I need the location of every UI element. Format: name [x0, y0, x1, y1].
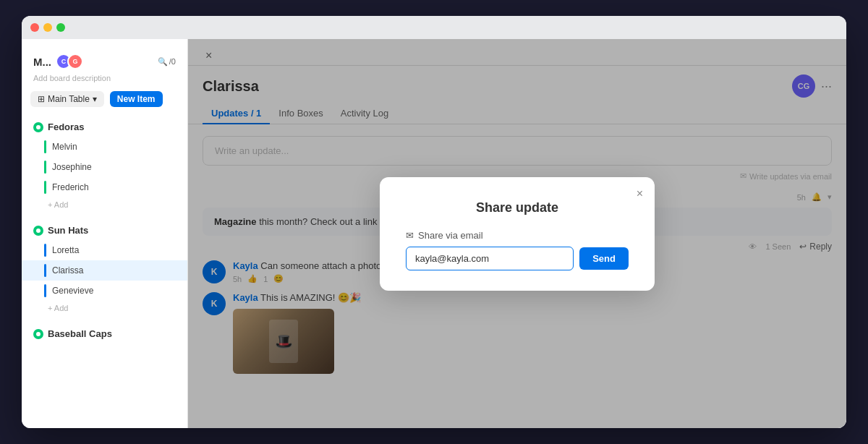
modal-overlay[interactable]: × Share update ✉ Share via email Send [188, 39, 846, 428]
sidebar: M... C G 🔍 /0 Add board description ⊞ Ma… [22, 39, 188, 428]
sidebar-header: M... C G 🔍 /0 [22, 48, 187, 72]
group-items-sun-hats: Loretta Clarissa Genevieve + Add [22, 240, 187, 315]
group-label-sun-hats: Sun Hats [48, 225, 88, 236]
group-label-fedoras: Fedoras [48, 121, 85, 132]
group-header-baseball-caps[interactable]: Baseball Caps [22, 324, 187, 343]
send-button[interactable]: Send [579, 247, 629, 270]
sidebar-toolbar: ⊞ Main Table ▾ New Item [22, 88, 187, 113]
share-update-modal: × Share update ✉ Share via email Send [380, 177, 655, 291]
group-baseball-caps: Baseball Caps [22, 320, 187, 348]
group-header-sun-hats[interactable]: Sun Hats [22, 221, 187, 240]
list-item[interactable]: Loretta [22, 240, 187, 260]
avatar-group: C G [56, 54, 83, 69]
modal-close-button[interactable]: × [637, 187, 643, 200]
app-window: M... C G 🔍 /0 Add board description ⊞ Ma… [22, 16, 846, 428]
minimize-dot[interactable] [43, 23, 52, 32]
item-name: Melvin [52, 142, 77, 152]
item-bar [44, 140, 46, 153]
list-item[interactable]: Genevieve [22, 281, 187, 301]
add-item-fedoras[interactable]: + Add [22, 197, 187, 212]
item-name: Frederich [52, 182, 89, 192]
search-icon: 🔍 [158, 57, 168, 67]
item-bar [44, 284, 46, 297]
close-dot[interactable] [30, 23, 39, 32]
group-sun-hats: Sun Hats Loretta Clarissa Genevieve [22, 216, 187, 320]
sidebar-title: M... C G [33, 54, 83, 69]
main-content: × Clarissa CG ··· Updates / 1 Info Boxes… [188, 39, 846, 428]
item-name: Genevieve [52, 286, 93, 296]
main-table-button[interactable]: ⊞ Main Table ▾ [30, 91, 104, 107]
group-fedoras: Fedoras Melvin Josephine Frederich [22, 113, 187, 216]
item-name: Loretta [52, 245, 79, 255]
search-badge: 🔍 /0 [158, 57, 176, 67]
new-item-button[interactable]: New Item [110, 91, 163, 107]
item-name: Josephine [52, 162, 92, 172]
list-item[interactable]: Josephine [22, 157, 187, 177]
group-header-fedoras[interactable]: Fedoras [22, 117, 187, 137]
share-via-text: Share via email [418, 230, 483, 241]
maximize-dot[interactable] [56, 23, 65, 32]
add-item-sun-hats[interactable]: + Add [22, 301, 187, 315]
item-bar [44, 244, 46, 257]
title-bar [22, 16, 846, 39]
group-label-baseball-caps: Baseball Caps [48, 328, 112, 339]
sidebar-description: Add board description [22, 72, 187, 88]
chevron-down-icon: ▾ [93, 94, 97, 104]
email-input[interactable] [406, 247, 574, 270]
item-bar [44, 161, 46, 174]
item-bar [44, 181, 46, 194]
list-item[interactable]: Frederich [22, 177, 187, 197]
group-dot-baseball-caps [33, 329, 43, 339]
group-dot-sun-hats [33, 226, 43, 236]
modal-share-label: ✉ Share via email [406, 230, 629, 241]
list-item[interactable]: Melvin [22, 137, 187, 157]
app-body: M... C G 🔍 /0 Add board description ⊞ Ma… [22, 39, 846, 428]
group-items-fedoras: Melvin Josephine Frederich + Add [22, 137, 187, 212]
group-dot-fedoras [33, 122, 43, 132]
main-table-label: Main Table [48, 94, 90, 104]
modal-input-row: Send [406, 247, 629, 270]
item-name: Clarissa [52, 265, 83, 276]
table-icon: ⊞ [38, 94, 45, 104]
workspace-name: M... [33, 56, 51, 68]
search-count: /0 [169, 57, 176, 66]
item-bar [44, 264, 46, 277]
modal-title: Share update [406, 200, 629, 215]
envelope-icon: ✉ [406, 230, 414, 241]
avatar-2: G [67, 54, 83, 69]
list-item[interactable]: Clarissa [22, 260, 187, 281]
